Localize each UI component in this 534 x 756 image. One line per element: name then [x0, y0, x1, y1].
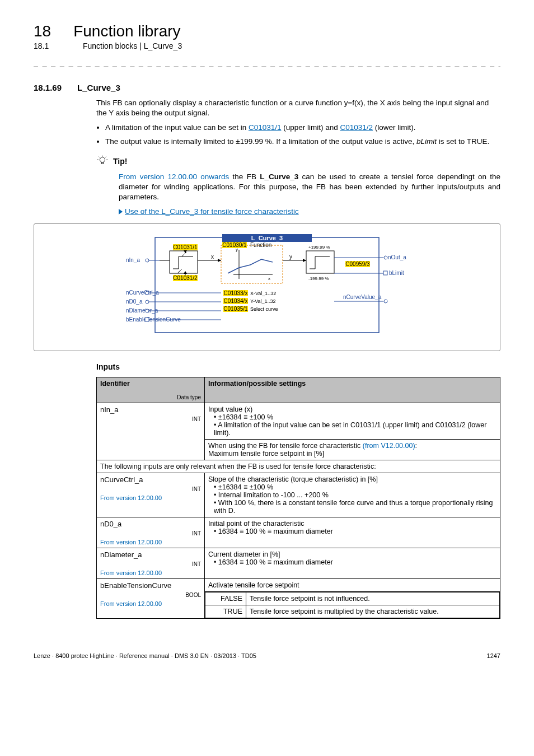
table-row: nIn_a INT Input value (x) • ±16384 ≡ ±10…: [97, 403, 500, 439]
chapter-number: 18: [34, 22, 51, 40]
svg-text:Select curve: Select curve: [250, 306, 278, 312]
svg-text:Function: Function: [250, 242, 271, 248]
svg-text:nD0_a: nD0_a: [126, 298, 143, 305]
svg-text:nIn_a: nIn_a: [126, 257, 140, 263]
svg-text:x: x: [268, 276, 270, 281]
svg-text:X-Val_1..32: X-Val_1..32: [250, 291, 276, 296]
svg-text:C01031/2: C01031/2: [173, 275, 198, 281]
tip-body: From version 12.00.00 onwards the FB L_C…: [119, 172, 500, 203]
inputs-heading: Inputs: [96, 362, 500, 371]
svg-point-0: [100, 157, 105, 162]
table-row: nDiameter_a INT From version 12.00.00 Cu…: [97, 548, 500, 578]
svg-point-69: [384, 300, 387, 303]
subsection-number: 18.1: [34, 41, 60, 50]
inputs-table: Identifier Data type Information/possibl…: [96, 377, 500, 619]
svg-text:nOut_a: nOut_a: [388, 254, 406, 260]
lightbulb-icon: [96, 155, 109, 169]
col-info: Information/possible settings: [205, 377, 500, 403]
link-c01031-2[interactable]: C01031/2: [340, 123, 373, 132]
tip-label: Tip!: [113, 157, 127, 166]
chapter-title: Function library: [73, 22, 180, 40]
svg-rect-17: [145, 318, 149, 321]
svg-point-5: [146, 259, 149, 262]
subsection-title: Function blocks | L_Curve_3: [83, 41, 182, 50]
triangle-icon: [119, 209, 123, 214]
section-number: 18.1.69: [34, 83, 62, 92]
col-datatype: Data type: [100, 394, 201, 400]
svg-text:C01035/1: C01035/1: [223, 306, 248, 312]
svg-point-11: [146, 300, 149, 304]
intro-paragraph: This FB can optionally display a charact…: [96, 98, 500, 118]
svg-text:C01030/1: C01030/1: [222, 242, 247, 248]
svg-marker-31: [218, 259, 221, 262]
svg-rect-66: [383, 271, 387, 275]
svg-text:Y-Val_1..32: Y-Val_1..32: [250, 298, 276, 304]
svg-text:x: x: [211, 254, 214, 260]
svg-text:y: y: [289, 254, 292, 260]
footer-left: Lenze · 8400 protec HighLine · Reference…: [34, 652, 256, 659]
svg-text:C00959/3: C00959/3: [345, 261, 370, 267]
table-row: bEnableTensionCurve BOOL From version 12…: [97, 578, 500, 618]
col-identifier: Identifier: [100, 380, 130, 388]
table-row-span: The following inputs are only relevant w…: [97, 460, 500, 473]
diagram-title: L_Curve_3: [251, 235, 283, 241]
bullet-output-limit: The output value is internally limited t…: [105, 137, 500, 147]
svg-point-61: [384, 256, 387, 259]
svg-point-14: [146, 309, 149, 312]
table-row: nD0_a INT From version 12.00.00 Initial …: [97, 517, 500, 548]
svg-text:C01034/x: C01034/x: [224, 298, 248, 304]
svg-point-8: [146, 291, 149, 295]
link-tensile-force-use[interactable]: Use of the L_Curve_3 for tensile force c…: [125, 207, 299, 216]
svg-text:-199.99 %: -199.99 %: [308, 276, 329, 281]
svg-rect-18: [170, 251, 198, 273]
section-title: L_Curve_3: [77, 83, 120, 92]
svg-text:y: y: [236, 247, 238, 252]
table-row: nCurveCtrl_a INT From version 12.00.00 S…: [97, 473, 500, 517]
block-diagram: L_Curve_3 nIn_a nCurveCtrl_a nD0_a nDiam…: [34, 223, 500, 351]
svg-text:nCurveValue_a: nCurveValue_a: [343, 294, 382, 300]
svg-rect-57: [306, 251, 334, 273]
page-number: 1247: [487, 652, 500, 659]
svg-text:+199.99 %: +199.99 %: [308, 245, 330, 250]
svg-text:C01031/1: C01031/1: [173, 244, 198, 250]
bullet-limitation: A limitation of the input value can be s…: [105, 123, 500, 133]
svg-text:C01033/x: C01033/x: [224, 290, 248, 296]
svg-marker-55: [303, 259, 306, 262]
svg-text:bLimit: bLimit: [389, 270, 404, 276]
separator-dashes: _ _ _ _ _ _ _ _ _ _ _ _ _ _ _ _ _ _ _ _ …: [34, 58, 500, 67]
link-c01031-1[interactable]: C01031/1: [249, 123, 282, 132]
